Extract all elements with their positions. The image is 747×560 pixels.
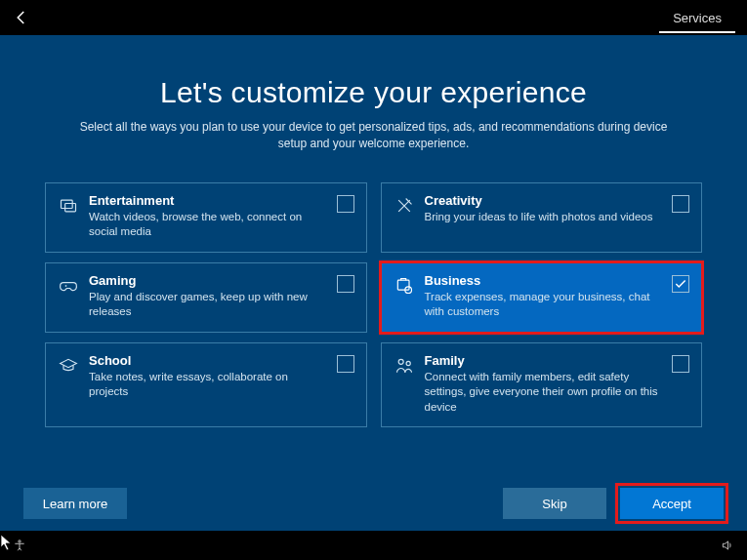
option-title: Family [425,353,663,368]
option-desc: Track expenses, manage your business, ch… [425,290,663,320]
option-text: SchoolTake notes, write essays, collabor… [89,353,327,400]
option-card-creativity[interactable]: CreativityBring your ideas to life with … [381,182,703,253]
taskbar [0,531,747,560]
svg-point-4 [398,359,403,364]
svg-rect-0 [62,200,73,208]
business-icon [394,275,415,297]
option-desc: Watch videos, browse the web, connect on… [89,210,327,240]
option-title: Creativity [425,193,663,208]
svg-point-6 [19,540,21,542]
page-title: Let's customize your experience [45,76,702,109]
option-checkbox[interactable] [337,195,354,213]
option-checkbox[interactable] [672,195,689,213]
svg-point-5 [406,361,410,365]
option-text: FamilyConnect with family members, edit … [425,353,663,416]
entertainment-icon [58,195,79,217]
option-checkbox[interactable] [337,275,354,293]
gaming-icon [58,275,79,297]
option-card-school[interactable]: SchoolTake notes, write essays, collabor… [45,342,367,428]
option-checkbox[interactable] [672,275,689,293]
option-card-gaming[interactable]: GamingPlay and discover games, keep up w… [45,262,367,333]
option-text: EntertainmentWatch videos, browse the we… [89,193,327,240]
option-card-entertainment[interactable]: EntertainmentWatch videos, browse the we… [45,182,367,253]
titlebar: Services [0,0,747,35]
school-icon [58,355,79,377]
option-text: BusinessTrack expenses, manage your busi… [425,273,663,320]
option-title: Business [425,273,663,288]
option-text: GamingPlay and discover games, keep up w… [89,273,327,320]
option-desc: Take notes, write essays, collaborate on… [89,370,327,400]
accept-button[interactable]: Accept [620,488,724,519]
volume-icon[interactable] [720,538,735,553]
creativity-icon [394,195,415,217]
option-desc: Play and discover games, keep up with ne… [89,290,327,320]
setup-stage: Let's customize your experience Select a… [0,35,747,531]
ease-of-access-icon[interactable] [12,538,27,553]
learn-more-button[interactable]: Learn more [23,488,127,519]
options-grid: EntertainmentWatch videos, browse the we… [45,182,702,428]
page-subtitle: Select all the ways you plan to use your… [71,119,677,153]
option-title: Gaming [89,273,327,288]
skip-button[interactable]: Skip [503,488,606,519]
svg-rect-1 [65,203,76,211]
back-button[interactable] [12,8,31,27]
footer-buttons: Learn more Skip Accept [0,488,747,519]
tab-services[interactable]: Services [659,3,735,33]
option-text: CreativityBring your ideas to life with … [425,193,663,225]
option-title: Entertainment [89,193,327,208]
family-icon [394,355,415,377]
option-checkbox[interactable] [672,355,689,373]
option-card-business[interactable]: BusinessTrack expenses, manage your busi… [381,262,703,333]
option-desc: Bring your ideas to life with photos and… [425,210,663,225]
option-checkbox[interactable] [337,355,354,373]
option-desc: Connect with family members, edit safety… [425,370,663,416]
svg-rect-2 [397,280,409,290]
option-title: School [89,353,327,368]
option-card-family[interactable]: FamilyConnect with family members, edit … [381,342,703,428]
